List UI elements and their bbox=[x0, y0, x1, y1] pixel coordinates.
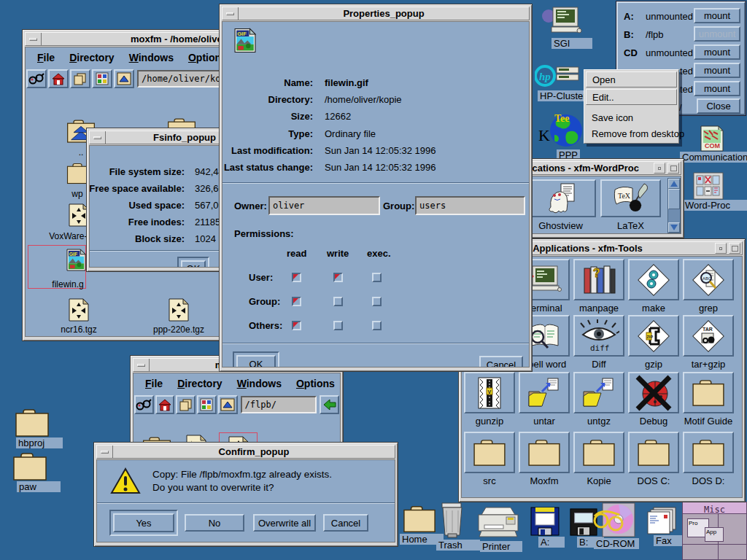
checkbox-group-read[interactable] bbox=[292, 297, 301, 306]
app-gzip[interactable]: ZIP bbox=[628, 315, 679, 357]
cancel-button[interactable]: Cancel bbox=[323, 514, 368, 532]
home-button[interactable] bbox=[48, 69, 69, 88]
minimize-button[interactable] bbox=[97, 446, 113, 458]
checkbox-others-exec[interactable] bbox=[372, 321, 382, 330]
yes-ring: Yes bbox=[109, 510, 178, 536]
menu-directory[interactable]: Directory bbox=[170, 375, 229, 392]
owner-field[interactable]: oliver bbox=[268, 196, 380, 215]
app-dos-c-folder[interactable] bbox=[628, 432, 679, 473]
apps-button[interactable] bbox=[92, 69, 112, 88]
menu-item-save-icon[interactable]: Save icon bbox=[586, 109, 677, 125]
checkbox-user-exec[interactable] bbox=[372, 273, 382, 282]
copy-button[interactable] bbox=[176, 395, 196, 414]
trash-icon bbox=[438, 502, 467, 540]
checkbox-group-write[interactable] bbox=[333, 297, 343, 306]
yes-button[interactable]: Yes bbox=[113, 513, 174, 532]
minimize-button[interactable] bbox=[133, 359, 150, 371]
minimize-button[interactable] bbox=[222, 7, 239, 20]
app-src[interactable] bbox=[464, 432, 515, 473]
app-dos-d-folder[interactable] bbox=[683, 432, 734, 473]
apps-button[interactable] bbox=[197, 395, 217, 414]
scroll-down-arrow[interactable] bbox=[668, 222, 680, 233]
desktop-icon-word-proc[interactable]: Word-Proc bbox=[683, 172, 747, 211]
desktop-icon-printer[interactable]: Printer bbox=[474, 505, 522, 552]
app-debug[interactable] bbox=[628, 372, 679, 413]
misc-tile-2[interactable]: App bbox=[705, 527, 724, 542]
mount-button-4[interactable]: mount bbox=[694, 63, 740, 78]
mount-button-cd[interactable]: mount bbox=[694, 44, 740, 60]
overwrite-all-button[interactable]: Overwrite all bbox=[253, 514, 316, 532]
cancel-button[interactable]: Cancel bbox=[479, 356, 523, 368]
scroll-up-arrow[interactable] bbox=[668, 179, 680, 189]
desktop-icon-sgi[interactable]: SGI bbox=[541, 6, 592, 49]
search-button[interactable] bbox=[26, 69, 47, 88]
no-button[interactable]: No bbox=[185, 514, 244, 532]
desktop-icon-cdrom[interactable]: CD-ROM bbox=[591, 502, 639, 549]
menu-windows[interactable]: Windows bbox=[122, 49, 181, 66]
app-diff[interactable]: diff bbox=[573, 315, 624, 357]
file-item-ncr16[interactable] bbox=[69, 298, 89, 322]
app-make[interactable] bbox=[628, 259, 679, 300]
app-tar-gzip[interactable]: TAR bbox=[683, 315, 734, 357]
menu-item-edit[interactable]: Edit.. bbox=[586, 89, 677, 105]
scroll-thumb[interactable] bbox=[668, 189, 680, 209]
misc-window[interactable]: Misc Pro App bbox=[682, 502, 747, 560]
menu-file[interactable]: File bbox=[30, 49, 62, 66]
app-grep[interactable]: ABC bbox=[683, 259, 734, 300]
app-untgz[interactable] bbox=[573, 372, 624, 413]
back-button[interactable] bbox=[320, 395, 339, 414]
app-manpage[interactable]: ? bbox=[573, 259, 624, 300]
confirm-titlebar[interactable]: Confirm_popup bbox=[96, 445, 395, 459]
checkbox-user-write[interactable] bbox=[333, 273, 343, 282]
desktop-icon-trash[interactable]: Trash bbox=[436, 502, 480, 551]
app-motif-guide[interactable] bbox=[683, 372, 734, 413]
copy-button[interactable] bbox=[70, 69, 90, 88]
group-field[interactable]: users bbox=[415, 196, 525, 215]
app-latex[interactable]: TeX bbox=[600, 179, 661, 217]
unmount-button-b[interactable]: unmount bbox=[694, 26, 740, 42]
maximize-button[interactable] bbox=[729, 243, 740, 254]
updir-button[interactable] bbox=[218, 395, 238, 414]
menu-windows[interactable]: Windows bbox=[230, 375, 289, 392]
checkbox-others-write[interactable] bbox=[333, 321, 343, 330]
misc-titlebar[interactable]: Misc bbox=[683, 502, 746, 514]
minimize-button[interactable] bbox=[90, 131, 106, 144]
checkbox-group-exec[interactable] bbox=[372, 297, 382, 306]
mount-button-5[interactable]: mount bbox=[694, 81, 740, 96]
home-button[interactable] bbox=[155, 395, 175, 414]
menu-options[interactable]: Options bbox=[289, 375, 341, 392]
desktop-icon-fax[interactable]: Fax bbox=[646, 506, 683, 546]
ok-button[interactable]: OK bbox=[236, 355, 276, 368]
app-kopie-folder[interactable] bbox=[573, 432, 624, 473]
menu-directory[interactable]: Directory bbox=[62, 49, 121, 66]
iconify-button[interactable] bbox=[654, 163, 665, 174]
menu-item-remove[interactable]: Remove from desktop bbox=[586, 125, 677, 141]
checkbox-user-read[interactable] bbox=[292, 273, 301, 282]
file-item-ppp220e[interactable] bbox=[169, 298, 189, 322]
desktop-icon-ppp[interactable]: Tee K PPP bbox=[538, 113, 589, 161]
close-button[interactable]: Close bbox=[697, 98, 740, 114]
properties-titlebar[interactable]: Properties_popup bbox=[222, 7, 530, 20]
checkbox-others-read[interactable] bbox=[292, 321, 301, 330]
moxfm2-path-field[interactable]: /flpb/ bbox=[241, 396, 317, 413]
mount-button-a[interactable]: mount bbox=[694, 8, 740, 23]
minimize-button[interactable] bbox=[26, 33, 42, 45]
search-button[interactable] bbox=[134, 395, 154, 414]
ok-button[interactable]: OK bbox=[181, 260, 206, 268]
app-moxfm-folder[interactable] bbox=[519, 432, 570, 473]
app-label: src bbox=[464, 475, 515, 486]
updir-button[interactable] bbox=[114, 69, 134, 88]
desktop-icon-communication[interactable]: COM Communication bbox=[680, 125, 747, 163]
menu-item-open[interactable]: Open bbox=[586, 71, 677, 88]
iconify-button[interactable] bbox=[715, 243, 727, 254]
file-item-filewin[interactable]: GIF bbox=[66, 249, 86, 271]
maximize-button[interactable] bbox=[667, 163, 679, 174]
desktop-icon-floppy-a[interactable]: A: bbox=[530, 506, 565, 548]
desktop-icon-paw[interactable]: paw bbox=[9, 452, 61, 492]
app-ghostview[interactable] bbox=[525, 179, 596, 217]
wordproc-scrollbar[interactable] bbox=[667, 178, 681, 233]
desktop-icon-hbproj[interactable]: hbproj bbox=[12, 408, 63, 448]
app-untar[interactable] bbox=[519, 372, 570, 413]
menu-file[interactable]: File bbox=[138, 375, 170, 392]
app-gunzip[interactable]: V bbox=[464, 372, 515, 413]
